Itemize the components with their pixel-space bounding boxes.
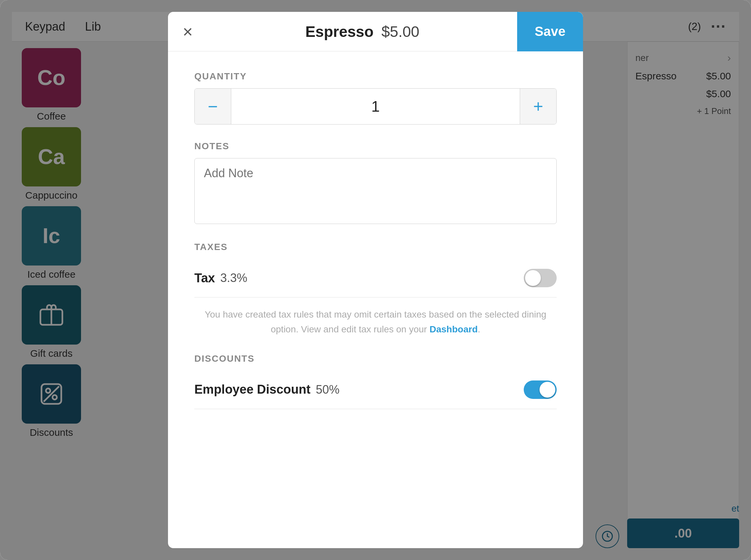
modal-close-button[interactable]: × (168, 12, 207, 52)
screen: Keypad Lib (2) ··· Co Coffee Ca Cappucci… (0, 0, 751, 560)
modal-body: QUANTITY − 1 + NOTES TAXES Tax 3.3% (168, 52, 583, 548)
discount-name: Employee Discount (194, 382, 311, 397)
notes-label: NOTES (194, 141, 557, 152)
modal-item-price: $5.00 (381, 23, 419, 41)
tax-rules-note: You have created tax rules that may omit… (194, 307, 557, 337)
quantity-decrement-button[interactable]: − (195, 88, 231, 124)
tax-rate: 3.3% (220, 271, 247, 285)
tax-row: Tax 3.3% (194, 259, 557, 298)
taxes-label: TAXES (194, 242, 557, 252)
discount-rate: 50% (316, 383, 340, 397)
discount-row: Employee Discount 50% (194, 371, 557, 409)
tax-name: Tax (194, 271, 215, 285)
modal-item-name: Espresso (305, 23, 373, 41)
notes-section: NOTES (194, 141, 557, 225)
notes-input[interactable] (194, 158, 557, 224)
save-button[interactable]: Save (517, 12, 583, 52)
taxes-section: TAXES Tax 3.3% You have created tax rule… (194, 242, 557, 337)
toggle-thumb (525, 270, 541, 286)
modal-title-area: Espresso $5.00 (207, 23, 517, 41)
tax-toggle[interactable] (524, 269, 557, 287)
discounts-section: DISCOUNTS Employee Discount 50% (194, 354, 557, 409)
modal: × Espresso $5.00 Save QUANTITY − 1 + NOT (168, 12, 583, 548)
quantity-value: 1 (231, 88, 520, 124)
quantity-label: QUANTITY (194, 71, 557, 82)
close-x-icon: × (183, 23, 193, 40)
dashboard-link[interactable]: Dashboard (429, 324, 478, 334)
quantity-stepper[interactable]: − 1 + (194, 88, 557, 124)
discounts-label: DISCOUNTS (194, 354, 557, 364)
modal-header: × Espresso $5.00 Save (168, 12, 583, 52)
quantity-section: QUANTITY − 1 + (194, 71, 557, 124)
quantity-increment-button[interactable]: + (520, 88, 556, 124)
discount-toggle-thumb (540, 382, 555, 398)
discount-toggle[interactable] (524, 380, 557, 399)
